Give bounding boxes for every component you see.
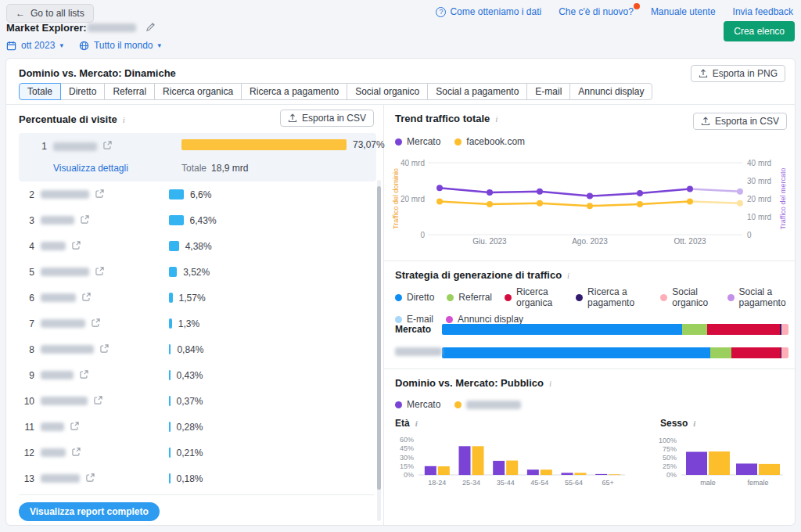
visits-export-csv-button[interactable]: Esporta in CSV bbox=[280, 110, 374, 127]
svg-text:0: 0 bbox=[420, 231, 425, 239]
tab-ricerca-organica[interactable]: Ricerca organica bbox=[154, 83, 242, 100]
create-list-button[interactable]: Crea elenco bbox=[724, 21, 795, 41]
share-bar bbox=[169, 189, 184, 200]
tab-annunci-display[interactable]: Annunci display bbox=[569, 83, 652, 100]
chevron-down-icon: ▾ bbox=[59, 41, 63, 49]
external-link-icon[interactable] bbox=[92, 318, 100, 329]
full-report-button[interactable]: Visualizza report completo bbox=[19, 502, 160, 521]
visits-row: 26,6% bbox=[6, 182, 375, 207]
tab-totale[interactable]: Totale bbox=[19, 83, 61, 100]
segment-referral bbox=[710, 347, 731, 358]
external-link-icon[interactable] bbox=[82, 293, 91, 304]
legend-label: Mercato bbox=[407, 136, 440, 147]
date-value: ott 2023 bbox=[21, 40, 55, 51]
svg-text:65+: 65+ bbox=[602, 479, 614, 487]
info-icon[interactable]: i bbox=[495, 114, 497, 124]
audience-title-wrap: Dominio vs. Mercato: Pubblicoi bbox=[395, 377, 551, 389]
tab-e-mail[interactable]: E-mail bbox=[526, 83, 570, 100]
audience-legend: Mercato bbox=[395, 399, 521, 410]
external-link-icon[interactable] bbox=[103, 141, 112, 152]
share-bar-cell: 6,6% bbox=[169, 189, 211, 200]
share-value: 6,43% bbox=[190, 215, 217, 226]
external-link-icon[interactable] bbox=[70, 422, 79, 433]
segment-referral bbox=[682, 324, 707, 335]
external-link-icon[interactable] bbox=[100, 344, 109, 355]
tab-diretto[interactable]: Diretto bbox=[60, 83, 105, 100]
segment-social-organico bbox=[781, 347, 788, 358]
user-manual-link[interactable]: Manuale utente bbox=[651, 6, 716, 17]
info-icon[interactable]: i bbox=[567, 271, 569, 280]
legend-label: Ricerca a pagamento bbox=[587, 286, 648, 308]
whats-new-link[interactable]: Che c'è di nuovo? bbox=[559, 6, 634, 17]
share-bar bbox=[181, 139, 347, 150]
visits-scrollbar-thumb[interactable] bbox=[377, 186, 381, 490]
notification-dot bbox=[634, 3, 640, 9]
visits-row: 36,43% bbox=[6, 207, 375, 233]
legend-label: Referral bbox=[458, 292, 492, 303]
strategy-stacked-bars: Mercato bbox=[384, 318, 795, 365]
region-selector[interactable]: Tutto il mondo ▾ bbox=[79, 40, 161, 51]
svg-text:20 mrd: 20 mrd bbox=[400, 195, 425, 203]
legend-item: Mercato bbox=[395, 399, 440, 410]
tab-social-a-pagamento[interactable]: Social a pagamento bbox=[427, 83, 527, 100]
age-bar-chart: 60%45%30%15%0%18-2425-3435-4445-5455-646… bbox=[390, 426, 633, 500]
legend-dot bbox=[727, 294, 735, 301]
share-value: 4,38% bbox=[185, 241, 212, 252]
svg-text:50%: 50% bbox=[663, 454, 677, 462]
visits-row: 53,52% bbox=[6, 259, 375, 285]
legend-dot bbox=[576, 294, 583, 301]
panel-body: Percentuale di visitei Esporta in CSV 17… bbox=[6, 105, 795, 525]
tab-ricerca-a-pagamento[interactable]: Ricerca a pagamento bbox=[241, 83, 347, 100]
svg-text:55-64: 55-64 bbox=[565, 479, 583, 487]
visits-row: 90,43% bbox=[6, 362, 375, 388]
edit-icon[interactable] bbox=[145, 22, 156, 34]
rank-number: 12 bbox=[19, 448, 34, 458]
legend-label: facebook.com bbox=[466, 136, 525, 147]
send-feedback-link[interactable]: Invia feedback bbox=[733, 6, 793, 17]
external-link-icon[interactable] bbox=[94, 396, 102, 407]
external-link-icon[interactable] bbox=[95, 189, 104, 200]
share-value: 1,3% bbox=[178, 318, 199, 329]
info-icon[interactable]: i bbox=[549, 379, 551, 388]
audience-title: Dominio vs. Mercato: Pubblico bbox=[395, 377, 544, 389]
go-to-all-lists-button[interactable]: ← Go to all lists bbox=[6, 4, 94, 23]
domain-name-redacted bbox=[41, 293, 76, 302]
trend-header: Trend traffico totalei Esporta in CSV bbox=[395, 113, 787, 130]
external-link-icon[interactable] bbox=[86, 473, 95, 484]
domain-name-redacted bbox=[41, 190, 89, 199]
legend-dot bbox=[505, 294, 512, 301]
top-link-label: Manuale utente bbox=[651, 6, 716, 17]
svg-text:45%: 45% bbox=[400, 444, 414, 452]
external-link-icon[interactable] bbox=[95, 267, 104, 278]
strategy-stacked-bar bbox=[442, 347, 788, 358]
domain-cell: 1 bbox=[31, 141, 112, 152]
strategy-bar-row bbox=[384, 341, 795, 365]
share-value: 0,43% bbox=[177, 370, 203, 381]
tab-social-organico[interactable]: Social organico bbox=[347, 83, 428, 100]
date-selector[interactable]: ott 2023 ▾ bbox=[6, 40, 63, 51]
svg-text:18-24: 18-24 bbox=[428, 479, 446, 487]
trend-export-csv-label: Esporta in CSV bbox=[715, 116, 779, 127]
dynamics-panel: Dominio vs. Mercato: Dinamiche Esporta i… bbox=[5, 58, 796, 526]
export-png-button[interactable]: Esporta in PNG bbox=[691, 65, 785, 82]
view-details-link[interactable]: Visualizza dettagli bbox=[53, 163, 128, 174]
legend-item: Referral bbox=[447, 286, 492, 308]
strategy-section: Strategia di generazione di trafficoi Di… bbox=[384, 261, 795, 368]
domain-cell: 10 bbox=[19, 396, 102, 407]
tab-referral[interactable]: Referral bbox=[104, 83, 155, 100]
trend-export-csv-button[interactable]: Esporta in CSV bbox=[693, 113, 787, 130]
how-we-get-data-link[interactable]: ?Come otteniamo i dati bbox=[436, 6, 541, 17]
external-link-icon[interactable] bbox=[72, 241, 81, 252]
share-bar bbox=[169, 293, 173, 303]
back-arrow-icon: ← bbox=[16, 8, 25, 19]
external-link-icon[interactable] bbox=[81, 215, 89, 226]
external-link-icon[interactable] bbox=[80, 370, 88, 381]
info-icon[interactable]: i bbox=[123, 115, 125, 124]
svg-text:100%: 100% bbox=[659, 437, 677, 444]
visits-row-leader[interactable]: 173,07%Visualizza dettagliTotale18,9 mrd bbox=[19, 133, 376, 182]
strategy-title: Strategia di generazione di traffico bbox=[395, 269, 562, 281]
legend-dot bbox=[395, 138, 402, 146]
external-link-icon[interactable] bbox=[72, 448, 81, 458]
trend-title: Trend traffico totale bbox=[395, 113, 490, 124]
domain-cell: 7 bbox=[19, 318, 100, 329]
